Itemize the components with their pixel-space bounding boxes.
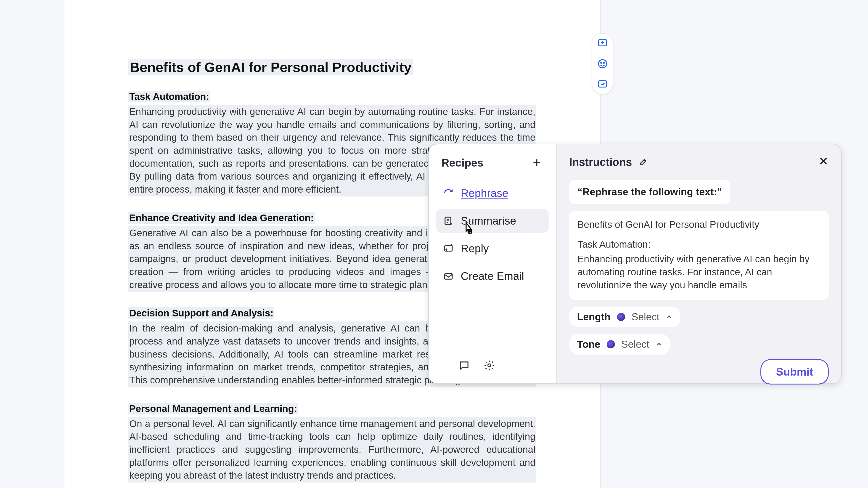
svg-point-3: [598, 60, 607, 68]
prompt-chip: “Rephrase the following text:”: [569, 180, 730, 204]
sparkle-icon: [617, 313, 625, 321]
section-body: On a personal level, AI can significantl…: [128, 417, 536, 483]
svg-point-5: [603, 62, 604, 63]
chevron-up-icon: [656, 339, 662, 350]
floating-toolbar: [592, 33, 613, 94]
add-recipe-button[interactable]: [530, 156, 544, 170]
chat-icon[interactable]: [459, 360, 470, 372]
svg-point-4: [601, 62, 602, 63]
ai-popover: Recipes Rephrase Summarise: [428, 144, 842, 384]
emoji-icon[interactable]: [597, 58, 608, 69]
recipe-label: Rephrase: [461, 187, 508, 200]
suggest-icon[interactable]: [597, 79, 608, 90]
svg-point-16: [488, 364, 491, 367]
recipes-title: Recipes: [441, 156, 483, 169]
context-box: Benefits of GenAI for Personal Productiv…: [569, 211, 829, 300]
recipes-footer: [429, 350, 556, 384]
refresh-icon: [442, 188, 454, 198]
create-email-icon: [442, 271, 454, 281]
context-subheading: Task Automation:: [578, 238, 820, 251]
instructions-pane: Instructions “Rephrase the following tex…: [557, 144, 841, 384]
section-heading: Enhance Creativity and Idea Generation:: [128, 212, 315, 224]
sparkle-icon: [607, 340, 615, 348]
recipe-reply[interactable]: Reply: [436, 236, 549, 261]
recipes-header: Recipes: [429, 144, 556, 176]
reply-icon: [442, 244, 454, 253]
settings-icon[interactable]: [484, 360, 495, 372]
recipe-label: Reply: [461, 242, 489, 255]
context-body: Enhancing productivity with generative A…: [578, 253, 820, 292]
length-value: Select: [631, 311, 659, 323]
instructions-header: Instructions: [569, 156, 829, 169]
recipes-pane: Recipes Rephrase Summarise: [429, 144, 557, 384]
add-comment-icon[interactable]: [597, 38, 608, 49]
section-heading: Task Automation:: [128, 91, 210, 102]
section-heading: Personal Management and Learning:: [128, 403, 298, 415]
context-title: Benefits of GenAI for Personal Productiv…: [578, 218, 820, 231]
section-heading: Decision Support and Analysis:: [128, 307, 274, 319]
submit-row: Submit: [569, 355, 829, 385]
summary-icon: [442, 216, 454, 226]
section-personal: Personal Management and Learning: On a p…: [128, 403, 536, 483]
close-button[interactable]: [818, 156, 829, 167]
edit-icon[interactable]: [639, 157, 648, 167]
recipe-list: Rephrase Summarise Reply Create Email: [429, 176, 556, 293]
length-label: Length: [577, 311, 611, 323]
recipe-summarise[interactable]: Summarise: [436, 209, 549, 233]
instructions-title: Instructions: [569, 156, 632, 169]
length-select[interactable]: Length Select: [569, 307, 680, 327]
submit-button[interactable]: Submit: [761, 359, 829, 385]
tone-select[interactable]: Tone Select: [569, 334, 670, 355]
tone-label: Tone: [577, 339, 600, 350]
tone-value: Select: [621, 339, 649, 350]
chevron-up-icon: [666, 311, 673, 323]
document-title: Benefits of GenAI for Personal Productiv…: [128, 59, 413, 75]
recipe-create-email[interactable]: Create Email: [436, 264, 549, 288]
recipe-label: Summarise: [461, 215, 516, 227]
recipe-rephrase[interactable]: Rephrase: [436, 181, 549, 205]
svg-point-15: [451, 273, 452, 274]
recipe-label: Create Email: [461, 270, 524, 282]
